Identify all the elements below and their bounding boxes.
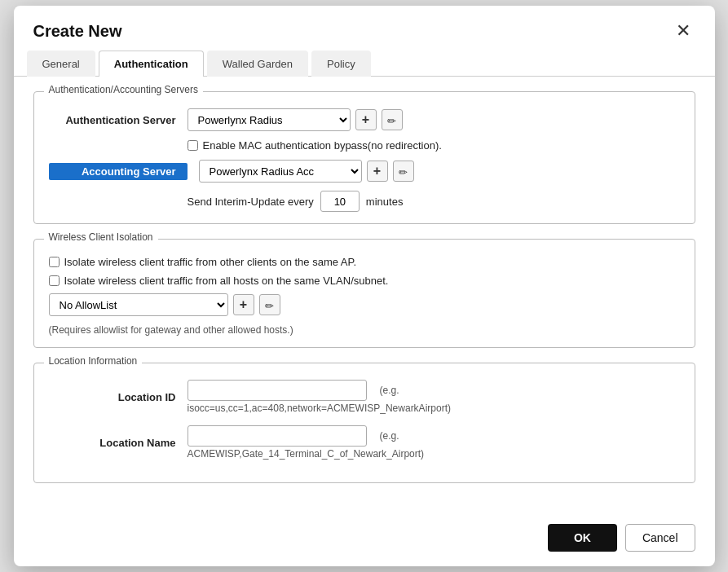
close-button[interactable]: ✕: [671, 20, 695, 42]
location-id-controls: (e.g. isocc=us,cc=1,ac=408,network=ACMEW…: [188, 380, 451, 414]
allowlist-edit-button[interactable]: [259, 294, 280, 315]
create-new-dialog: Create New ✕ General Authentication Wall…: [14, 6, 715, 566]
isolate-ap-row: Isolate wireless client traffic from oth…: [49, 256, 680, 268]
dialog-title: Create New: [33, 22, 122, 41]
location-name-row: Location Name (e.g. ACMEWISP,Gate_14_Ter…: [49, 425, 680, 460]
pencil-icon: [265, 298, 274, 312]
mac-bypass-label: Enable MAC authentication bypass(no redi…: [203, 139, 442, 152]
auth-section-content: Authentication Server Powerlynx RadiusOt…: [34, 92, 695, 212]
location-id-label: Location ID: [49, 391, 188, 403]
interim-unit: minutes: [366, 196, 404, 208]
isolate-vlan-label: Isolate wireless client traffic from all…: [64, 275, 389, 287]
auth-server-select[interactable]: Powerlynx RadiusOther Server: [188, 108, 351, 131]
wireless-section-content: Isolate wireless client traffic from oth…: [34, 240, 695, 336]
location-id-hint2: isocc=us,cc=1,ac=408,network=ACMEWISP_Ne…: [188, 403, 451, 414]
location-id-row: Location ID (e.g. isocc=us,cc=1,ac=408,n…: [49, 380, 680, 414]
interim-value-input[interactable]: [320, 191, 360, 212]
dialog-body: Authentication/Accounting Servers Authen…: [14, 77, 715, 513]
interim-label: Send Interim-Update every: [188, 196, 314, 208]
location-name-input[interactable]: [188, 425, 367, 447]
mac-bypass-row: Enable MAC authentication bypass(no redi…: [188, 139, 680, 152]
location-section-content: Location ID (e.g. isocc=us,cc=1,ac=408,n…: [34, 363, 695, 460]
allowlist-note: (Requires allowlist for gateway and othe…: [49, 324, 680, 336]
tab-authentication[interactable]: Authentication: [99, 51, 204, 77]
location-name-controls: (e.g. ACMEWISP,Gate_14_Terminal_C_of_New…: [188, 425, 425, 460]
location-name-hint2: ACMEWISP,Gate_14_Terminal_C_of_Newark_Ai…: [188, 448, 425, 460]
allowlist-row: No AllowList: [49, 293, 680, 316]
pencil-icon: [387, 113, 396, 127]
allowlist-add-button[interactable]: [233, 294, 254, 315]
auth-server-edit-button[interactable]: [382, 109, 403, 130]
location-section: Location Information Location ID (e.g. i…: [33, 363, 695, 483]
tab-policy[interactable]: Policy: [311, 51, 371, 77]
mac-bypass-checkbox[interactable]: [188, 140, 198, 151]
auth-accounting-section: Authentication/Accounting Servers Authen…: [33, 91, 695, 224]
tabs-bar: General Authentication Walled Garden Pol…: [14, 50, 715, 77]
auth-server-label: Authentication Server: [49, 114, 188, 126]
acct-server-label: Accounting Server: [49, 163, 188, 180]
ok-button[interactable]: OK: [548, 524, 617, 552]
location-id-hint1: (e.g.: [380, 385, 399, 396]
pencil-icon: [399, 165, 408, 178]
auth-server-add-button[interactable]: [355, 109, 377, 130]
auth-server-controls: Powerlynx RadiusOther Server: [188, 108, 403, 131]
location-name-label: Location Name: [49, 437, 188, 449]
plus-icon: [373, 164, 381, 178]
auth-section-label: Authentication/Accounting Servers: [44, 84, 203, 95]
auth-server-row: Authentication Server Powerlynx RadiusOt…: [49, 108, 680, 131]
isolate-vlan-checkbox[interactable]: [49, 275, 60, 286]
dialog-header: Create New ✕: [14, 6, 715, 50]
wireless-section-label: Wireless Client Isolation: [44, 231, 158, 243]
acct-server-controls: Powerlynx Radius AccOther Server: [199, 160, 414, 183]
location-name-hint1: (e.g.: [380, 430, 399, 442]
isolate-ap-checkbox[interactable]: [49, 257, 60, 267]
acct-server-add-button[interactable]: [367, 161, 388, 182]
plus-icon: [362, 112, 369, 127]
interim-update-row: Send Interim-Update every minutes: [188, 191, 680, 212]
cancel-button[interactable]: Cancel: [625, 524, 695, 552]
isolate-vlan-row: Isolate wireless client traffic from all…: [49, 275, 680, 287]
wireless-isolation-section: Wireless Client Isolation Isolate wirele…: [33, 239, 695, 348]
acct-server-row: Accounting Server Powerlynx Radius AccOt…: [49, 160, 680, 183]
isolate-ap-label: Isolate wireless client traffic from oth…: [64, 256, 357, 268]
dialog-footer: OK Cancel: [14, 513, 715, 566]
location-section-label: Location Information: [44, 355, 143, 367]
tab-walled-garden[interactable]: Walled Garden: [207, 51, 308, 77]
acct-server-select[interactable]: Powerlynx Radius AccOther Server: [199, 160, 362, 183]
tab-general[interactable]: General: [27, 51, 95, 77]
location-id-input[interactable]: [188, 380, 367, 401]
allowlist-select[interactable]: No AllowList: [49, 293, 228, 316]
acct-server-edit-button[interactable]: [393, 161, 414, 182]
plus-icon: [240, 297, 247, 312]
